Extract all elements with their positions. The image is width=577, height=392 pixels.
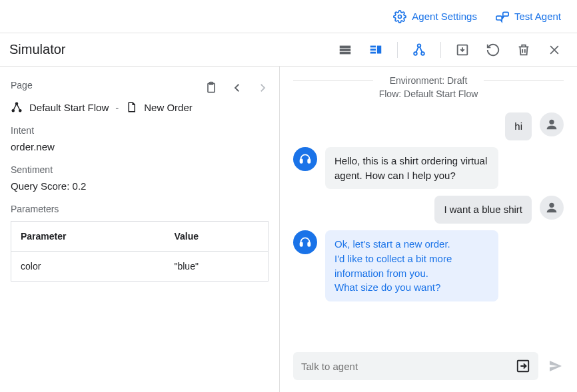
parameters-table: Parameter Value color "blue"	[11, 221, 269, 282]
chat-input[interactable]	[301, 361, 516, 372]
chat-body: hi Hello, this is a shirt ordering virtu…	[280, 106, 577, 343]
agent-line: I'd like to collect a bit more informati…	[334, 252, 489, 281]
svg-rect-6	[370, 51, 376, 53]
agent-line: Ok, let's start a new order.	[334, 237, 489, 252]
clipboard-icon[interactable]	[205, 81, 218, 95]
page-label: Page	[11, 80, 33, 91]
intent-label: Intent	[11, 125, 269, 136]
simulator-header: Simulator	[0, 33, 577, 67]
breadcrumb-page: New Order	[144, 102, 193, 113]
svg-rect-19	[308, 159, 310, 163]
chat-header: Environment: Draft Flow: Default Start F…	[280, 75, 577, 106]
agent-settings-link[interactable]: Agent Settings	[393, 10, 477, 23]
svg-rect-5	[370, 49, 376, 51]
svg-rect-2	[340, 49, 351, 51]
agent-avatar-icon	[293, 147, 317, 171]
svg-rect-22	[308, 242, 310, 246]
details-panel: Page Default Start Flow -	[0, 67, 280, 392]
svg-rect-18	[300, 159, 302, 163]
svg-rect-21	[300, 242, 302, 246]
content: Page Default Start Flow -	[0, 67, 577, 392]
svg-rect-3	[340, 51, 351, 54]
page-title: Simulator	[9, 42, 65, 57]
flow-graph-button[interactable]	[407, 38, 431, 62]
test-agent-label: Test Agent	[514, 11, 561, 22]
chat-input-container[interactable]	[293, 352, 538, 380]
close-button[interactable]	[542, 38, 566, 62]
divider	[397, 42, 398, 58]
param-value: "blue"	[165, 252, 268, 282]
delete-button[interactable]	[512, 38, 536, 62]
agent-line: What size do you want?	[334, 280, 489, 295]
reset-button[interactable]	[481, 38, 505, 62]
environment-line: Environment: Draft	[293, 75, 564, 88]
svg-rect-1	[340, 45, 351, 48]
breadcrumb-separator: -	[115, 102, 119, 113]
user-bubble: hi	[505, 112, 532, 140]
next-page-button[interactable]	[257, 82, 269, 94]
submit-arrow-icon[interactable]	[516, 359, 530, 373]
agent-settings-label: Agent Settings	[412, 11, 477, 22]
prev-page-button[interactable]	[231, 82, 243, 94]
breadcrumb: Default Start Flow - New Order	[11, 101, 269, 113]
svg-point-0	[398, 15, 402, 18]
divider	[440, 42, 441, 58]
chat-icon	[496, 10, 509, 23]
table-header-row: Parameter Value	[11, 222, 269, 252]
user-message: hi	[293, 112, 564, 140]
svg-rect-7	[377, 45, 381, 53]
agent-message: Ok, let's start a new order. I'd like to…	[293, 230, 564, 301]
agent-bubble: Ok, let's start a new order. I'd like to…	[325, 230, 498, 301]
view-split-button[interactable]	[364, 38, 388, 62]
svg-point-20	[549, 203, 554, 208]
sentiment-label: Sentiment	[11, 164, 269, 175]
svg-rect-4	[370, 45, 376, 47]
parameters-label: Parameters	[11, 204, 269, 214]
user-avatar-icon	[540, 112, 564, 136]
send-button[interactable]	[548, 358, 564, 374]
col-value: Value	[165, 222, 268, 252]
user-bubble: I want a blue shirt	[434, 196, 532, 224]
agent-avatar-icon	[293, 230, 317, 254]
view-compact-button[interactable]	[333, 38, 357, 62]
user-message: I want a blue shirt	[293, 196, 564, 224]
flow-line: Flow: Default Start Flow	[293, 88, 564, 101]
page-icon	[125, 101, 137, 113]
user-avatar-icon	[540, 196, 564, 220]
top-bar: Agent Settings Test Agent	[0, 0, 577, 33]
chat-input-row	[280, 343, 577, 392]
agent-message: Hello, this is a shirt ordering virtual …	[293, 147, 564, 190]
test-agent-link[interactable]: Test Agent	[496, 10, 561, 23]
sentiment-value: Query Score: 0.2	[11, 180, 269, 192]
gear-icon	[393, 10, 406, 23]
param-name: color	[11, 252, 165, 282]
header-actions	[333, 38, 566, 62]
flow-icon	[11, 101, 23, 113]
save-button[interactable]	[450, 38, 474, 62]
intent-value: order.new	[11, 141, 269, 152]
breadcrumb-flow: Default Start Flow	[29, 102, 109, 113]
table-row: color "blue"	[11, 252, 269, 282]
col-parameter: Parameter	[11, 222, 165, 252]
chat-panel: Environment: Draft Flow: Default Start F…	[280, 67, 577, 392]
agent-bubble: Hello, this is a shirt ordering virtual …	[325, 147, 498, 190]
svg-point-17	[549, 120, 554, 124]
